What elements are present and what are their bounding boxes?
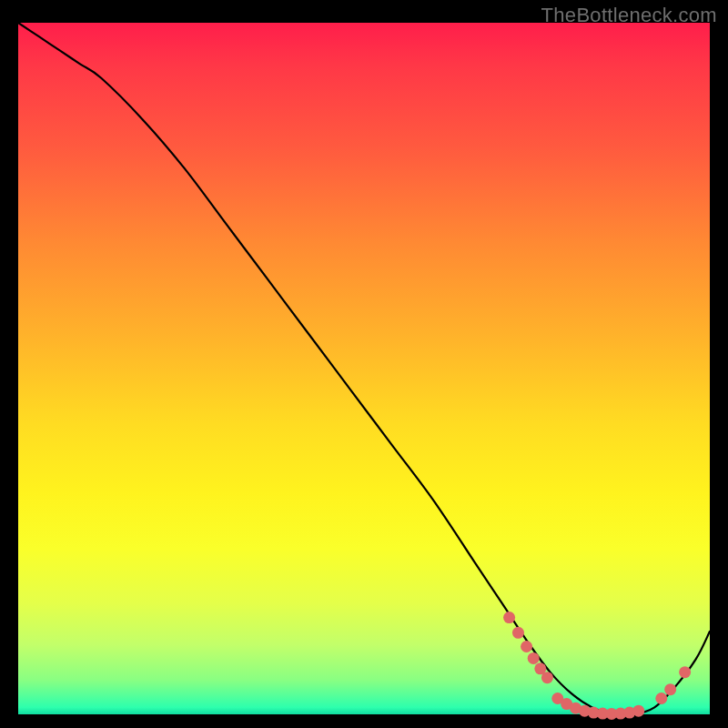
- marker-dot: [664, 683, 676, 695]
- marker-dot: [679, 666, 691, 678]
- chart-frame: [18, 23, 710, 714]
- marker-dot: [655, 693, 667, 704]
- chart-svg: [18, 23, 710, 714]
- marker-dot: [541, 672, 553, 683]
- marker-dot: [503, 612, 515, 623]
- marker-dot: [512, 627, 524, 639]
- marker-dot: [632, 705, 644, 717]
- marker-group: [503, 612, 691, 720]
- bottleneck-curve-line: [18, 23, 710, 715]
- marker-dot: [528, 652, 540, 664]
- marker-dot: [521, 641, 532, 652]
